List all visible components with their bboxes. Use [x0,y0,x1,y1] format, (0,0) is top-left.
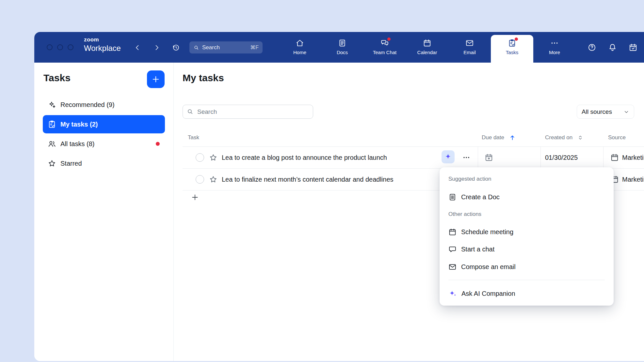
email-icon [465,39,474,47]
nav-tab-team-chat[interactable]: Team Chat [363,32,406,63]
forward-button[interactable] [151,42,163,53]
help-button[interactable] [586,41,598,53]
calendar-icon [629,43,637,52]
add-due-date-button[interactable] [485,153,493,162]
sparkles-icon [48,100,56,109]
calendar-icon [423,39,431,47]
sidebar-title: Tasks [43,72,71,83]
unread-badge [156,142,160,146]
nav-tab-home[interactable]: Home [279,32,321,63]
ai-companion-button[interactable] [442,150,455,163]
task-title: Lea to create a blog post to announce th… [222,147,387,168]
team-chat-icon [380,39,389,47]
search-shortcut: ⌘F [250,44,259,51]
notifications-button[interactable] [606,41,618,53]
topbar: zoom Workplace Search ⌘F Home [34,32,644,63]
menu-item-create-doc[interactable]: Create a Doc [440,189,614,205]
ellipsis-icon [462,154,470,161]
task-checkbox[interactable] [196,175,204,184]
chevron-down-icon [623,109,629,115]
task-checkbox[interactable] [196,153,204,162]
search-icon [193,45,199,51]
star-icon[interactable] [209,153,217,162]
history-icon [172,44,180,52]
nav-tab-more[interactable]: More [533,32,576,63]
home-icon [296,39,304,47]
calendar-icon [448,228,457,236]
logo-zoom-text: zoom [84,37,121,43]
back-button[interactable] [132,42,143,53]
menu-item-compose-email[interactable]: Compose an email [440,258,614,275]
sources-dropdown[interactable]: All sources [577,105,634,119]
page-title: My tasks [183,72,224,83]
window-control-dot[interactable] [57,44,63,50]
menu-item-ask-ai-companion[interactable]: Ask AI Companion [440,285,614,302]
column-header-created-on[interactable]: Created on [545,133,584,142]
menu-item-start-chat[interactable]: Start a chat [440,241,614,258]
star-icon [48,159,56,168]
chat-icon [448,245,457,253]
task-source: Marketing [622,147,644,168]
logo-workplace-text: Workplace [84,44,121,53]
sidebar-item-starred[interactable]: Starred [43,154,165,173]
sidebar-nav: Recommended (9) My tasks (2) All tasks (… [43,96,165,174]
calendar-plus-icon [485,153,493,162]
task-title: Lea to finalize next month’s content cal… [222,169,394,190]
global-search-placeholder: Search [202,44,247,51]
nav-tab-tasks[interactable]: Tasks [491,35,533,63]
window-control-dot[interactable] [47,44,53,50]
task-created-date: 01/30/2025 [545,147,578,168]
history-button[interactable] [170,42,182,53]
sidebar-item-recommended[interactable]: Recommended (9) [43,96,165,114]
star-icon[interactable] [209,175,217,184]
menu-section-label: Other actions [448,211,481,218]
task-source: Marketing [622,169,644,190]
docs-icon [338,39,346,47]
chevron-left-icon [134,44,141,52]
question-icon [588,43,596,52]
app-window: zoom Workplace Search ⌘F Home [34,32,644,361]
plus-icon [151,75,160,84]
sidebar-item-my-tasks[interactable]: My tasks (2) [43,115,165,133]
tasks-icon [508,39,516,47]
more-actions-button[interactable] [460,152,472,163]
nav-tab-calendar[interactable]: Calendar [406,32,448,63]
schedule-button[interactable] [627,41,639,53]
nav-tab-email[interactable]: Email [448,32,491,63]
nav-tab-docs[interactable]: Docs [321,32,363,63]
sidebar-item-label: All tasks (8) [60,140,94,148]
calendar-icon [610,153,619,162]
window-controls [47,44,73,50]
column-header-due-date[interactable]: Due date [482,133,516,142]
plus-icon [191,193,199,202]
sidebar-item-all-tasks[interactable]: All tasks (8) [43,135,165,153]
people-icon [48,140,56,148]
column-header-task: Task [188,133,199,142]
unread-badge [515,38,518,41]
more-icon [550,39,559,47]
window-control-dot[interactable] [68,44,73,50]
chevron-right-icon [153,44,161,52]
email-icon [448,263,457,271]
doc-icon [448,193,457,201]
add-task-button[interactable] [189,191,201,203]
sources-dropdown-label: All sources [582,108,612,115]
task-search-input[interactable] [183,105,313,119]
sort-both-icon [577,134,584,141]
unread-badge [387,38,391,41]
zoom-workplace-logo: zoom Workplace [84,37,121,53]
task-actions-menu: Suggested action Create a Doc Other acti… [440,167,614,306]
primary-nav: Home Docs Team Chat Calendar [279,32,576,63]
ai-sparkle-icon [448,289,457,298]
search-icon [186,108,194,115]
column-header-source: Source [608,133,626,142]
new-task-button[interactable] [147,70,165,88]
global-search-input[interactable]: Search ⌘F [189,41,263,53]
task-search [183,105,313,119]
bell-icon [608,43,617,52]
menu-item-schedule-meeting[interactable]: Schedule meeting [440,223,614,240]
menu-divider [448,280,605,280]
ai-sparkle-icon [444,153,452,161]
sidebar-item-label: My tasks (2) [60,121,98,128]
task-row[interactable]: Lea to create a blog post to announce th… [183,147,644,169]
